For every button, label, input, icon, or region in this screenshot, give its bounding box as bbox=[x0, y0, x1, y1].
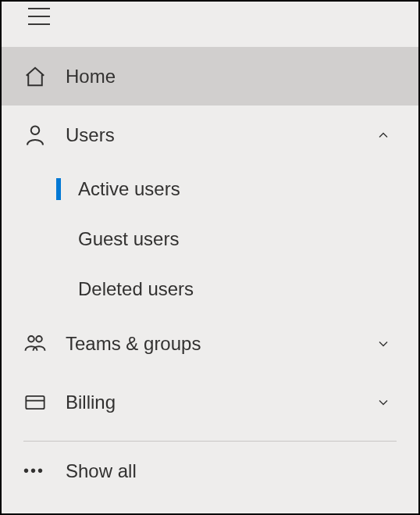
nav-label-teams: Teams & groups bbox=[55, 333, 375, 355]
teams-icon bbox=[23, 332, 55, 356]
nav-label-billing: Billing bbox=[55, 392, 375, 413]
sub-label-deleted-users: Deleted users bbox=[56, 278, 194, 300]
nav-label-show-all: Show all bbox=[55, 460, 392, 482]
svg-point-1 bbox=[28, 336, 34, 342]
sub-item-active-users[interactable]: Active users bbox=[2, 164, 418, 214]
chevron-down-icon bbox=[375, 335, 392, 352]
nav-item-show-all[interactable]: ••• Show all bbox=[2, 442, 418, 500]
svg-point-2 bbox=[36, 336, 42, 342]
nav-item-users[interactable]: Users bbox=[2, 106, 418, 164]
chevron-up-icon bbox=[375, 127, 392, 144]
nav-item-billing[interactable]: Billing bbox=[2, 373, 418, 431]
nav-item-home[interactable]: Home bbox=[2, 47, 418, 106]
user-icon bbox=[23, 123, 55, 147]
home-icon bbox=[23, 65, 55, 88]
nav-label-home: Home bbox=[55, 66, 392, 88]
nav-label-users: Users bbox=[55, 124, 375, 146]
sub-label-active-users: Active users bbox=[56, 178, 180, 200]
svg-point-0 bbox=[31, 126, 40, 134]
users-submenu: Active users Guest users Deleted users bbox=[2, 164, 418, 314]
ellipsis-icon: ••• bbox=[23, 462, 55, 480]
sub-item-deleted-users[interactable]: Deleted users bbox=[2, 264, 418, 314]
billing-icon bbox=[23, 392, 55, 413]
nav-item-teams-groups[interactable]: Teams & groups bbox=[2, 314, 418, 373]
sub-item-guest-users[interactable]: Guest users bbox=[2, 214, 418, 264]
active-marker bbox=[56, 178, 61, 200]
sub-label-guest-users: Guest users bbox=[56, 228, 179, 250]
chevron-down-icon bbox=[375, 394, 392, 411]
svg-rect-3 bbox=[26, 395, 44, 408]
sidebar-panel: Home Users Active users Guest users Dele… bbox=[2, 2, 418, 513]
menu-toggle-button[interactable] bbox=[28, 8, 50, 25]
